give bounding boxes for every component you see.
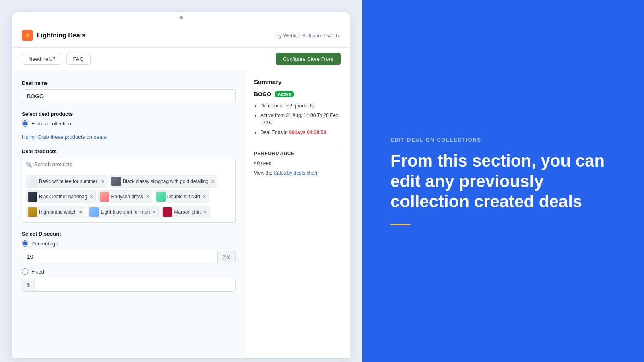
summary-title: Summary	[254, 78, 342, 85]
percentage-suffix: (%)	[217, 251, 235, 263]
summary-panel: Summary BOGO Active Deal contains 9 prod…	[246, 70, 350, 358]
select-products-section: Select deal products From a collection H…	[22, 111, 236, 140]
search-box-wrap: 🔍	[22, 158, 236, 171]
summary-list: Deal contains 9 products Active from 31 …	[254, 102, 342, 136]
promo-link[interactable]: Hurry! Grab these products on deals!	[22, 134, 107, 140]
left-panel: ⚡ Lightning Deals by Webkul Software Pvt…	[0, 0, 362, 362]
remove-tee-button[interactable]: ✕	[101, 179, 105, 184]
discount-section: Select Discount Percentage (%) Fixed	[22, 231, 236, 292]
fixed-currency-prefix: $	[22, 279, 35, 291]
app-icon: ⚡	[22, 30, 33, 41]
product-tag-bodycon: Bodycon dress ✕	[98, 190, 152, 203]
configure-store-front-button[interactable]: Configure Store Front	[276, 53, 341, 65]
from-collection-option[interactable]: From a collection	[22, 120, 236, 127]
percentage-option[interactable]: Percentage	[22, 240, 236, 247]
performance-title: PERFORMANCE	[254, 151, 342, 156]
percentage-value-input[interactable]	[22, 250, 217, 263]
sales-by-deals-chart-link[interactable]: Sales by deals chart	[274, 170, 317, 176]
view-chart-row: View the Sales by deals chart	[254, 170, 342, 176]
product-thumb-slit-skirt	[156, 192, 166, 202]
percentage-label: Percentage	[31, 241, 58, 247]
dot-indicator	[180, 16, 183, 19]
main-content: Deal name Select deal products From a co…	[12, 70, 350, 358]
select-discount-label: Select Discount	[22, 231, 236, 237]
right-underline-decoration	[390, 224, 411, 225]
fixed-radio[interactable]	[22, 268, 28, 275]
vendor-label: by Webkul Software Pvt Ltd	[277, 33, 341, 39]
deal-name-row: BOGO Active	[254, 91, 342, 97]
product-tag-label: Black classy slingbag with gold detailin…	[123, 179, 208, 184]
product-tag-label: Maroon shirt	[174, 209, 201, 215]
right-panel: EDIT DEAL ON COLLECTIONS From this secti…	[362, 0, 644, 362]
product-tag-slingbag: Black classy slingbag with gold detailin…	[110, 175, 217, 188]
summary-products-count: Deal contains 9 products	[260, 102, 342, 109]
fixed-input-wrap: $	[22, 278, 236, 292]
product-tag-watch: High brand watch ✕	[26, 206, 85, 218]
product-thumb-tee	[28, 177, 37, 186]
product-tag-label: Bodycon dress	[111, 194, 143, 200]
percentage-radio[interactable]	[22, 240, 28, 247]
search-icon: 🔍	[26, 161, 32, 167]
product-tag-label: Basic white tee for summer!	[39, 179, 99, 184]
form-section: Deal name Select deal products From a co…	[12, 70, 246, 358]
deal-products-label: Deal products	[22, 148, 236, 154]
product-tag-label: Black leather handbag	[39, 194, 87, 200]
right-title: From this section, you can edit any prev…	[390, 151, 616, 212]
product-tag-blue-shirt: Light blue shirt for men ✕	[88, 206, 159, 218]
remove-maroon-shirt-button[interactable]: ✕	[203, 210, 207, 215]
fixed-option[interactable]: Fixed	[22, 268, 236, 275]
deal-products-section: Deal products 🔍 Basic white tee for summ…	[22, 148, 236, 223]
active-badge: Active	[275, 91, 294, 97]
top-bar: ⚡ Lightning Deals by Webkul Software Pvt…	[12, 23, 350, 48]
remove-watch-button[interactable]: ✕	[79, 210, 83, 215]
deal-ends-prefix: Deal Ends in	[260, 130, 289, 135]
product-tag-tee: Basic white tee for summer! ✕	[26, 175, 107, 188]
from-collection-label: From a collection	[31, 121, 71, 127]
percentage-input-wrap: (%)	[22, 250, 236, 263]
search-products-input[interactable]	[22, 158, 236, 171]
product-tag-label: High brand watch	[39, 209, 76, 215]
product-thumb-watch	[28, 207, 37, 217]
view-chart-prefix: View the	[254, 170, 274, 176]
summary-active-dates: Active from 31 Aug, 14:00 To 28 Feb, 17:…	[260, 112, 342, 126]
product-tag-handbag: Black leather handbag ✕	[26, 190, 96, 203]
right-subtitle: EDIT DEAL ON COLLECTIONS	[390, 137, 616, 143]
deal-name-label: Deal name	[22, 80, 236, 86]
deal-name-section: Deal name	[22, 80, 236, 103]
product-thumb-maroon-shirt	[163, 207, 172, 217]
product-thumb-handbag	[28, 192, 37, 202]
main-card: ⚡ Lightning Deals by Webkul Software Pvt…	[12, 12, 350, 358]
product-tag-label: Light blue shirt for men	[101, 209, 150, 215]
performance-used: 0 used	[254, 160, 342, 166]
deal-timer: 60days 04:38:59	[289, 130, 326, 135]
product-thumb-blue-shirt	[89, 207, 99, 217]
fixed-value-input[interactable]	[35, 278, 235, 291]
app-branding: ⚡ Lightning Deals	[22, 30, 85, 41]
remove-blue-shirt-button[interactable]: ✕	[152, 210, 156, 215]
product-thumb-bodycon	[100, 192, 109, 202]
products-container: Basic white tee for summer! ✕ Black clas…	[22, 171, 236, 223]
summary-ends-in: Deal Ends in 60days 04:38:59	[260, 129, 342, 136]
nav-left: Need help? FAQ	[22, 53, 91, 65]
product-tag-label: Double slit skirt	[167, 194, 200, 200]
faq-button[interactable]: FAQ	[66, 53, 91, 65]
product-tags-list: Basic white tee for summer! ✕ Black clas…	[26, 175, 231, 218]
product-tag-maroon-shirt: Maroon shirt ✕	[161, 206, 210, 218]
summary-divider	[254, 144, 342, 144]
remove-slingbag-button[interactable]: ✕	[211, 179, 215, 184]
summary-deal-name: BOGO	[254, 91, 271, 97]
deal-name-input[interactable]	[22, 89, 236, 103]
remove-handbag-button[interactable]: ✕	[89, 194, 93, 200]
product-tag-slit-skirt: Double slit skirt ✕	[155, 190, 209, 203]
product-thumb-slingbag	[111, 177, 121, 186]
app-title: Lightning Deals	[37, 32, 85, 39]
product-source-radio-group: From a collection	[22, 120, 236, 127]
from-collection-radio[interactable]	[22, 120, 28, 127]
remove-slit-skirt-button[interactable]: ✕	[202, 194, 206, 200]
remove-bodycon-button[interactable]: ✕	[146, 194, 149, 200]
need-help-button[interactable]: Need help?	[22, 53, 62, 65]
nav-bar: Need help? FAQ Configure Store Front	[12, 48, 350, 70]
select-products-label: Select deal products	[22, 111, 236, 117]
fixed-label: Fixed	[31, 269, 44, 275]
